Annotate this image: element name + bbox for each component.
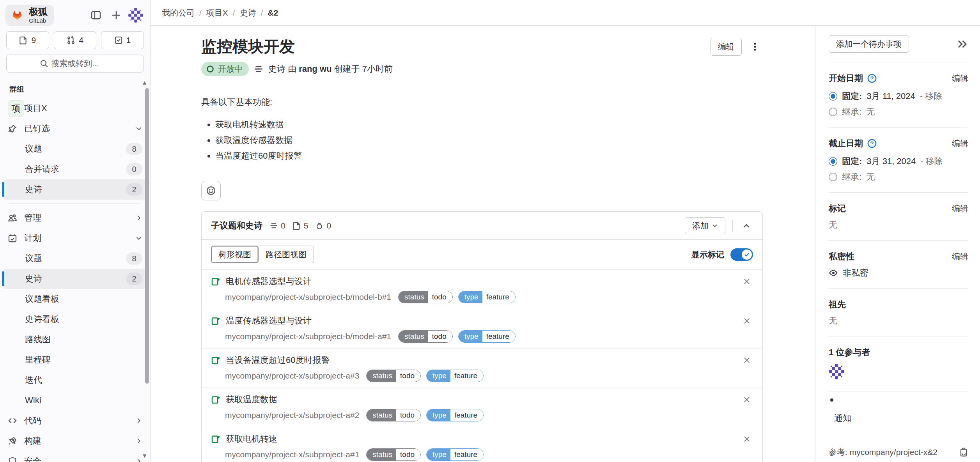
show-labels-toggle[interactable]: [730, 248, 753, 261]
edit-labels-link[interactable]: 编辑: [952, 203, 968, 214]
remove-child-button[interactable]: [741, 433, 753, 445]
todo-check-icon: [114, 36, 123, 44]
label-status-todo[interactable]: statustodo: [398, 291, 453, 303]
inherited-date-radio[interactable]: [829, 173, 837, 181]
view-switcher: 树形视图 路径图视图: [211, 246, 314, 263]
label-type-feature[interactable]: typefeature: [426, 370, 484, 382]
inherit-value: 无: [866, 106, 875, 118]
edit-confidentiality-link[interactable]: 编辑: [952, 251, 968, 262]
author-name[interactable]: rang wu: [299, 64, 331, 74]
user-avatar[interactable]: [128, 8, 143, 23]
sidebar-item-pinned-issues[interactable]: 议题 8: [3, 139, 147, 159]
remove-child-button[interactable]: [741, 393, 753, 406]
breadcrumb-project[interactable]: 项目X: [206, 7, 228, 18]
svg-text:?: ?: [870, 75, 874, 81]
help-icon[interactable]: ?: [867, 138, 877, 149]
sidebar-item-iterations[interactable]: 迭代: [3, 370, 147, 390]
remove-date-link[interactable]: - 移除: [920, 156, 943, 167]
sidebar-item-milestones[interactable]: 里程碑: [3, 350, 147, 370]
edit-due-date-link[interactable]: 编辑: [952, 138, 968, 149]
edit-start-date-link[interactable]: 编辑: [952, 73, 968, 84]
sidebar-collapse-button[interactable]: [88, 7, 104, 23]
chevron-down-icon: [135, 235, 142, 242]
help-icon[interactable]: ?: [867, 73, 877, 83]
description-bullet: 获取温度传感器数据: [215, 134, 763, 147]
scroll-down-arrow[interactable]: ▼: [142, 452, 147, 459]
fixed-date-radio[interactable]: [829, 92, 837, 101]
label-status-todo[interactable]: statustodo: [366, 409, 421, 421]
sidebar-item-issue-boards[interactable]: 议题看板: [3, 289, 147, 309]
copy-reference-icon[interactable]: [959, 448, 968, 457]
global-search[interactable]: [6, 55, 144, 73]
label-type-feature[interactable]: typefeature: [426, 448, 484, 461]
eye-icon: [829, 268, 838, 278]
label-type-feature[interactable]: typefeature: [458, 291, 516, 303]
add-todo-button[interactable]: 添加一个待办事项: [829, 35, 909, 53]
remove-child-button[interactable]: [741, 354, 753, 366]
divider: [829, 62, 968, 62]
sidebar-item-security[interactable]: 安全: [3, 451, 147, 462]
sidebar-context-title: 项目X: [24, 103, 47, 114]
more-actions-button[interactable]: [747, 38, 763, 56]
label-status-todo[interactable]: statustodo: [398, 330, 453, 343]
add-dropdown-button[interactable]: 添加: [685, 217, 725, 234]
merge-requests-button[interactable]: 4: [54, 31, 97, 49]
add-reaction-button[interactable]: [201, 181, 221, 200]
weight-icon: [315, 221, 324, 230]
breadcrumb-group[interactable]: 我的公司: [162, 7, 195, 18]
assigned-issues-button[interactable]: 9: [6, 31, 49, 49]
plus-icon: [111, 10, 121, 20]
remove-date-link[interactable]: - 移除: [920, 90, 942, 102]
inherited-date-radio[interactable]: [829, 108, 837, 116]
label-type-feature[interactable]: typefeature: [426, 409, 484, 421]
sidebar-item-wiki[interactable]: Wiki: [3, 390, 147, 411]
breadcrumb-epics[interactable]: 史诗: [240, 7, 256, 18]
sidebar-item-label: Wiki: [25, 395, 41, 405]
sidebar-item-code[interactable]: 代码: [3, 411, 147, 431]
remove-child-button[interactable]: [741, 275, 753, 288]
sidebar-item-manage[interactable]: 管理: [3, 208, 147, 228]
gitlab-tanuki-icon: [9, 7, 26, 24]
divider: [732, 220, 733, 232]
remove-child-button[interactable]: [741, 315, 753, 327]
label-type-feature[interactable]: typefeature: [458, 330, 516, 343]
child-item-title[interactable]: 当设备温度超过60度时报警: [226, 354, 330, 366]
child-item-title[interactable]: 温度传感器选型与设计: [226, 315, 312, 327]
notifications-label[interactable]: 通知: [834, 412, 968, 424]
sidebar-item-plan-epics[interactable]: 史诗 2: [3, 269, 147, 289]
create-new-button[interactable]: [108, 7, 124, 23]
sidebar-item-plan-issues[interactable]: 议题 8: [3, 248, 147, 269]
collapse-panel-button[interactable]: [740, 217, 753, 235]
brand-name-zh: 极狐: [29, 7, 48, 16]
merge-request-icon: [67, 36, 75, 44]
sidebar-item-epic-boards[interactable]: 史诗看板: [3, 309, 147, 329]
child-item-title[interactable]: 电机传感器选型与设计: [226, 276, 312, 287]
sidebar-scrollbar[interactable]: [145, 88, 149, 384]
scroll-up-arrow[interactable]: ▲: [142, 79, 147, 86]
sidebar-item-pinned[interactable]: 已钉选: [3, 119, 147, 139]
fixed-date-radio[interactable]: [829, 157, 837, 166]
search-input[interactable]: [6, 55, 144, 73]
status-badge-label: 开放中: [218, 64, 243, 74]
sidebar-item-pinned-merge-requests[interactable]: 合并请求 0: [3, 159, 147, 179]
label-status-todo[interactable]: statustodo: [366, 448, 421, 461]
todos-button[interactable]: 1: [101, 31, 144, 49]
sidebar-item-roadmap[interactable]: 路线图: [3, 329, 147, 350]
child-item-title[interactable]: 获取温度数据: [226, 394, 277, 405]
collapse-sidebar-icon[interactable]: [957, 38, 968, 50]
label-status-todo[interactable]: statustodo: [366, 370, 421, 382]
breadcrumb-current: &2: [268, 8, 278, 18]
sidebar-item-build[interactable]: 构建: [3, 431, 147, 451]
participant-avatar[interactable]: [829, 364, 844, 379]
rocket-icon: [8, 436, 24, 446]
tree-view-button[interactable]: 树形视图: [211, 246, 259, 263]
sidebar-item-plan[interactable]: 计划: [3, 228, 147, 248]
sidebar-context-project[interactable]: 项 项目X: [3, 98, 147, 119]
child-item-title[interactable]: 获取电机转速: [226, 433, 277, 445]
roadmap-view-button[interactable]: 路径图视图: [259, 246, 314, 263]
ancestors-value: 无: [829, 315, 968, 327]
edit-button[interactable]: 编辑: [711, 38, 742, 56]
gitlab-logo[interactable]: 极狐 GitLab: [5, 5, 54, 26]
epic-meta: 史诗 由 rang wu 创建于 7小时前: [268, 63, 393, 75]
sidebar-item-pinned-epics[interactable]: 史诗 2: [3, 179, 147, 200]
